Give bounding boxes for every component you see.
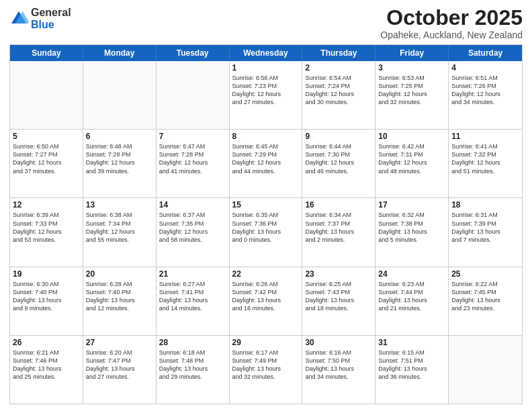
calendar-cell-18: 18Sunrise: 6:31 AMSunset: 7:39 PMDayligh… <box>449 198 522 266</box>
day-number: 5 <box>13 132 80 141</box>
calendar-cell-29: 29Sunrise: 6:17 AMSunset: 7:49 PMDayligh… <box>230 336 303 404</box>
day-number: 4 <box>451 63 519 73</box>
calendar-cell-15: 15Sunrise: 6:35 AMSunset: 7:36 PMDayligh… <box>230 198 303 266</box>
cell-info: Sunrise: 6:27 AMSunset: 7:41 PMDaylight:… <box>159 280 226 313</box>
day-number: 26 <box>13 338 80 347</box>
cell-info: Sunrise: 6:23 AMSunset: 7:44 PMDaylight:… <box>378 280 445 313</box>
location: Opaheke, Auckland, New Zealand <box>380 30 523 40</box>
day-number: 6 <box>86 132 153 141</box>
day-number: 2 <box>305 63 372 73</box>
calendar-header: SundayMondayTuesdayWednesdayThursdayFrid… <box>10 45 522 61</box>
page: General Blue October 2025 Opaheke, Auckl… <box>0 0 532 411</box>
cell-info: Sunrise: 6:34 AMSunset: 7:37 PMDaylight:… <box>305 211 372 244</box>
calendar-cell-8: 8Sunrise: 6:45 AMSunset: 7:29 PMDaylight… <box>230 130 303 197</box>
calendar-cell-11: 11Sunrise: 6:41 AMSunset: 7:32 PMDayligh… <box>449 130 522 197</box>
cell-info: Sunrise: 6:42 AMSunset: 7:31 PMDaylight:… <box>378 142 445 175</box>
calendar-cell-28: 28Sunrise: 6:18 AMSunset: 7:48 PMDayligh… <box>157 336 230 404</box>
day-number: 1 <box>232 63 300 73</box>
calendar-cell-6: 6Sunrise: 6:48 AMSunset: 7:28 PMDaylight… <box>83 130 157 197</box>
cell-info: Sunrise: 6:53 AMSunset: 7:25 PMDaylight:… <box>378 74 445 107</box>
calendar-cell-14: 14Sunrise: 6:37 AMSunset: 7:35 PMDayligh… <box>157 198 230 266</box>
calendar-cell-4: 4Sunrise: 6:51 AMSunset: 7:26 PMDaylight… <box>449 61 522 129</box>
day-number: 14 <box>159 200 226 210</box>
cell-info: Sunrise: 6:16 AMSunset: 7:50 PMDaylight:… <box>305 349 372 381</box>
cell-info: Sunrise: 6:41 AMSunset: 7:32 PMDaylight:… <box>451 142 519 175</box>
header-day-sunday: Sunday <box>10 45 83 61</box>
cell-info: Sunrise: 6:35 AMSunset: 7:36 PMDaylight:… <box>232 211 300 244</box>
cell-info: Sunrise: 6:25 AMSunset: 7:43 PMDaylight:… <box>305 280 372 313</box>
title-section: October 2025 Opaheke, Auckland, New Zeal… <box>380 7 523 40</box>
day-number: 27 <box>86 338 153 347</box>
day-number: 29 <box>232 338 300 347</box>
cell-info: Sunrise: 6:38 AMSunset: 7:34 PMDaylight:… <box>86 211 153 244</box>
day-number: 19 <box>13 269 80 279</box>
calendar-cell-empty-6 <box>449 336 522 404</box>
calendar-row-2: 12Sunrise: 6:39 AMSunset: 7:33 PMDayligh… <box>10 198 522 267</box>
calendar-cell-7: 7Sunrise: 6:47 AMSunset: 7:28 PMDaylight… <box>157 130 230 197</box>
cell-info: Sunrise: 6:50 AMSunset: 7:27 PMDaylight:… <box>13 142 80 175</box>
logo-text: General Blue <box>31 7 71 30</box>
cell-info: Sunrise: 6:17 AMSunset: 7:49 PMDaylight:… <box>232 349 300 381</box>
cell-info: Sunrise: 6:28 AMSunset: 7:40 PMDaylight:… <box>86 280 153 313</box>
cell-info: Sunrise: 6:26 AMSunset: 7:42 PMDaylight:… <box>232 280 300 313</box>
day-number: 23 <box>305 269 372 279</box>
calendar-cell-16: 16Sunrise: 6:34 AMSunset: 7:37 PMDayligh… <box>302 198 375 266</box>
calendar-body: 1Sunrise: 6:56 AMSunset: 7:23 PMDaylight… <box>10 61 522 404</box>
calendar-row-3: 19Sunrise: 6:30 AMSunset: 7:40 PMDayligh… <box>10 267 522 336</box>
calendar-cell-26: 26Sunrise: 6:21 AMSunset: 7:46 PMDayligh… <box>10 336 83 404</box>
cell-info: Sunrise: 6:47 AMSunset: 7:28 PMDaylight:… <box>159 142 226 175</box>
day-number: 12 <box>13 200 80 210</box>
calendar-cell-empty-1 <box>83 61 157 129</box>
calendar-cell-30: 30Sunrise: 6:16 AMSunset: 7:50 PMDayligh… <box>302 336 375 404</box>
calendar-cell-21: 21Sunrise: 6:27 AMSunset: 7:41 PMDayligh… <box>157 267 230 335</box>
calendar-cell-2: 2Sunrise: 6:54 AMSunset: 7:24 PMDaylight… <box>302 61 375 129</box>
calendar-cell-5: 5Sunrise: 6:50 AMSunset: 7:27 PMDaylight… <box>10 130 83 197</box>
day-number: 25 <box>451 269 519 279</box>
calendar-cell-3: 3Sunrise: 6:53 AMSunset: 7:25 PMDaylight… <box>375 61 449 129</box>
day-number: 28 <box>159 338 226 347</box>
calendar-cell-25: 25Sunrise: 6:22 AMSunset: 7:45 PMDayligh… <box>449 267 522 335</box>
calendar-cell-22: 22Sunrise: 6:26 AMSunset: 7:42 PMDayligh… <box>230 267 303 335</box>
cell-info: Sunrise: 6:54 AMSunset: 7:24 PMDaylight:… <box>305 74 372 107</box>
day-number: 22 <box>232 269 300 279</box>
calendar-cell-12: 12Sunrise: 6:39 AMSunset: 7:33 PMDayligh… <box>10 198 83 266</box>
cell-info: Sunrise: 6:18 AMSunset: 7:48 PMDaylight:… <box>159 349 226 381</box>
calendar-cell-27: 27Sunrise: 6:20 AMSunset: 7:47 PMDayligh… <box>83 336 157 404</box>
day-number: 18 <box>451 200 519 210</box>
header-day-wednesday: Wednesday <box>230 45 303 61</box>
calendar-row-0: 1Sunrise: 6:56 AMSunset: 7:23 PMDaylight… <box>10 61 522 130</box>
day-number: 3 <box>378 63 445 73</box>
day-number: 30 <box>305 338 372 347</box>
calendar: SundayMondayTuesdayWednesdayThursdayFrid… <box>9 44 523 404</box>
header-day-monday: Monday <box>83 45 157 61</box>
cell-info: Sunrise: 6:21 AMSunset: 7:46 PMDaylight:… <box>13 349 80 381</box>
calendar-cell-10: 10Sunrise: 6:42 AMSunset: 7:31 PMDayligh… <box>375 130 449 197</box>
day-number: 11 <box>451 132 519 141</box>
cell-info: Sunrise: 6:56 AMSunset: 7:23 PMDaylight:… <box>232 74 300 107</box>
calendar-cell-31: 31Sunrise: 6:15 AMSunset: 7:51 PMDayligh… <box>375 336 449 404</box>
calendar-cell-empty-0 <box>10 61 83 129</box>
calendar-row-4: 26Sunrise: 6:21 AMSunset: 7:46 PMDayligh… <box>10 336 522 404</box>
cell-info: Sunrise: 6:39 AMSunset: 7:33 PMDaylight:… <box>13 211 80 244</box>
month-title: October 2025 <box>380 7 523 28</box>
day-number: 9 <box>305 132 372 141</box>
cell-info: Sunrise: 6:20 AMSunset: 7:47 PMDaylight:… <box>86 349 153 381</box>
calendar-cell-1: 1Sunrise: 6:56 AMSunset: 7:23 PMDaylight… <box>230 61 303 129</box>
day-number: 15 <box>232 200 300 210</box>
logo: General Blue <box>9 7 71 30</box>
day-number: 10 <box>378 132 445 141</box>
day-number: 16 <box>305 200 372 210</box>
cell-info: Sunrise: 6:45 AMSunset: 7:29 PMDaylight:… <box>232 142 300 175</box>
cell-info: Sunrise: 6:32 AMSunset: 7:38 PMDaylight:… <box>378 211 445 244</box>
cell-info: Sunrise: 6:51 AMSunset: 7:26 PMDaylight:… <box>451 74 519 107</box>
day-number: 20 <box>86 269 153 279</box>
calendar-cell-20: 20Sunrise: 6:28 AMSunset: 7:40 PMDayligh… <box>83 267 157 335</box>
cell-info: Sunrise: 6:44 AMSunset: 7:30 PMDaylight:… <box>305 142 372 175</box>
day-number: 31 <box>378 338 445 347</box>
day-number: 13 <box>86 200 153 210</box>
day-number: 21 <box>159 269 226 279</box>
cell-info: Sunrise: 6:31 AMSunset: 7:39 PMDaylight:… <box>451 211 519 244</box>
logo-general-text: General <box>31 7 71 19</box>
calendar-cell-24: 24Sunrise: 6:23 AMSunset: 7:44 PMDayligh… <box>375 267 449 335</box>
cell-info: Sunrise: 6:22 AMSunset: 7:45 PMDaylight:… <box>451 280 519 313</box>
